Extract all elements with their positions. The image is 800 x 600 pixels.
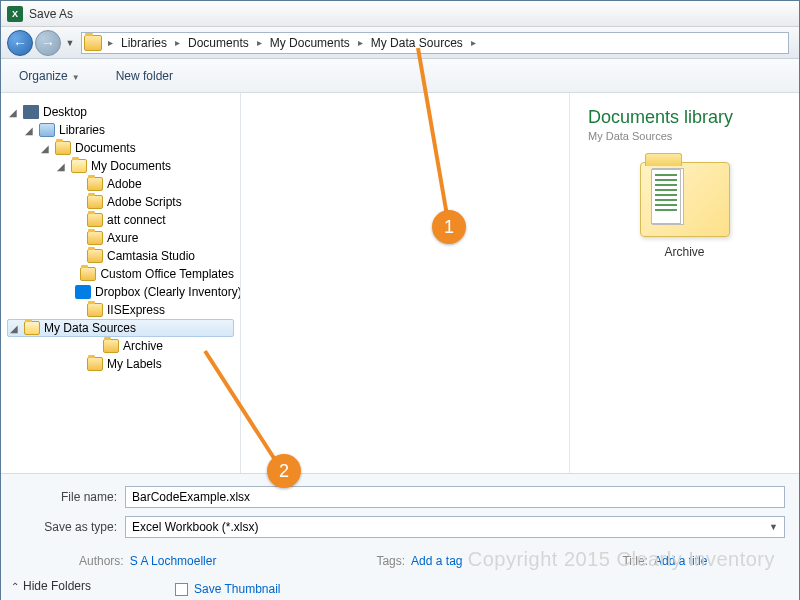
authors-label: Authors: (79, 554, 124, 568)
body: ◢Desktop ◢Libraries ◢Documents ◢My Docum… (1, 93, 799, 473)
tree-item[interactable]: Axure (7, 229, 234, 247)
title-bar: X Save As (1, 1, 799, 27)
chevron-down-icon: ▼ (769, 522, 778, 532)
nav-bar: ← → ▼ ▸ Libraries ▸ Documents ▸ My Docum… (1, 27, 799, 59)
breadcrumb[interactable]: ▸ Libraries ▸ Documents ▸ My Documents ▸… (81, 32, 789, 54)
folder-icon (87, 357, 103, 371)
chevron-right-icon: ▸ (171, 37, 184, 48)
bottom-panel: File name: Save as type: Excel Workbook … (1, 473, 799, 600)
tree-item[interactable]: att connect (7, 211, 234, 229)
library-panel: Documents library My Data Sources Archiv… (569, 93, 799, 473)
forward-button[interactable]: → (35, 30, 61, 56)
save-thumbnail-label: Save Thumbnail (194, 582, 281, 596)
chevron-right-icon: ▸ (104, 37, 117, 48)
folder-icon (84, 35, 102, 51)
archive-folder-label: Archive (588, 245, 781, 259)
toolbar: Organize▼ New folder (1, 59, 799, 93)
save-as-type-label: Save as type: (15, 520, 125, 534)
tree-documents[interactable]: ◢Documents (7, 139, 234, 157)
chevron-right-icon: ▸ (354, 37, 367, 48)
window-title: Save As (29, 7, 73, 21)
folder-icon (80, 267, 96, 281)
title-value[interactable]: Add a title (654, 554, 707, 568)
archive-folder-icon[interactable] (640, 162, 730, 237)
libraries-icon (39, 123, 55, 137)
chevron-right-icon: ▸ (253, 37, 266, 48)
hide-folders-button[interactable]: ⌃ Hide Folders (11, 579, 91, 593)
folder-icon (87, 213, 103, 227)
tree-item[interactable]: Camtasia Studio (7, 247, 234, 265)
tree-my-documents[interactable]: ◢My Documents (7, 157, 234, 175)
tree-item[interactable]: Adobe Scripts (7, 193, 234, 211)
folder-icon (103, 339, 119, 353)
folder-icon (87, 195, 103, 209)
file-list[interactable] (241, 93, 569, 473)
folder-tree: ◢Desktop ◢Libraries ◢Documents ◢My Docum… (1, 93, 241, 473)
library-title: Documents library (588, 107, 781, 128)
filename-label: File name: (15, 490, 125, 504)
breadcrumb-documents[interactable]: Documents (184, 34, 253, 52)
excel-icon: X (7, 6, 23, 22)
folder-icon (87, 249, 103, 263)
desktop-icon (23, 105, 39, 119)
tree-item[interactable]: Custom Office Templates (7, 265, 234, 283)
tags-value[interactable]: Add a tag (411, 554, 462, 568)
authors-value[interactable]: S A Lochmoeller (130, 554, 217, 568)
content-pane: Documents library My Data Sources Archiv… (241, 93, 799, 473)
chevron-right-icon: ▸ (467, 37, 480, 48)
tree-item[interactable]: IISExpress (7, 301, 234, 319)
title-label: Title: (622, 554, 648, 568)
tree-item[interactable]: Dropbox (Clearly Inventory) (7, 283, 234, 301)
save-as-type-combo[interactable]: Excel Workbook (*.xlsx)▼ (125, 516, 785, 538)
folder-icon (87, 177, 103, 191)
new-folder-button[interactable]: New folder (108, 65, 181, 87)
save-as-dialog: X Save As ← → ▼ ▸ Libraries ▸ Documents … (0, 0, 800, 600)
breadcrumb-my-data-sources[interactable]: My Data Sources (367, 34, 467, 52)
folder-icon (87, 231, 103, 245)
tree-item[interactable]: Archive (7, 337, 234, 355)
tree-libraries[interactable]: ◢Libraries (7, 121, 234, 139)
library-subtitle: My Data Sources (588, 130, 781, 142)
folder-icon (55, 141, 71, 155)
chevron-up-icon: ⌃ (11, 581, 19, 592)
tree-desktop[interactable]: ◢Desktop (7, 103, 234, 121)
tree-my-data-sources[interactable]: ◢My Data Sources (7, 319, 234, 337)
save-thumbnail-checkbox[interactable] (175, 583, 188, 596)
back-button[interactable]: ← (7, 30, 33, 56)
folder-open-icon (24, 321, 40, 335)
folder-icon (87, 303, 103, 317)
folder-open-icon (71, 159, 87, 173)
tree-item[interactable]: My Labels (7, 355, 234, 373)
tags-label: Tags: (376, 554, 405, 568)
history-dropdown[interactable]: ▼ (63, 32, 77, 54)
organize-button[interactable]: Organize▼ (11, 65, 88, 87)
breadcrumb-libraries[interactable]: Libraries (117, 34, 171, 52)
dropbox-icon (75, 285, 91, 299)
breadcrumb-my-documents[interactable]: My Documents (266, 34, 354, 52)
tree-item[interactable]: Adobe (7, 175, 234, 193)
filename-input[interactable] (125, 486, 785, 508)
